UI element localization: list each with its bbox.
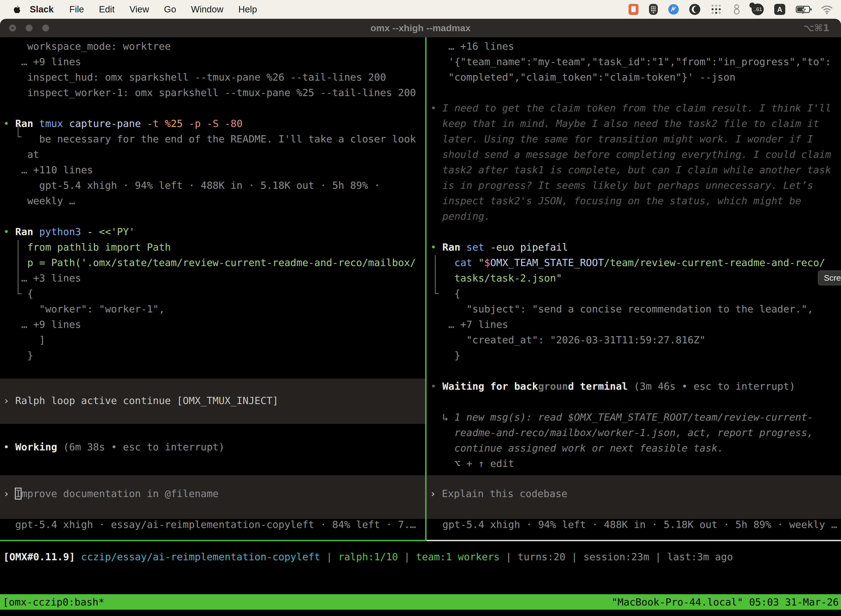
terminal-line: } <box>431 348 831 363</box>
window-titlebar: omx --xhigh --madmax ⌥⌘1 <box>0 19 841 37</box>
menu-status-icons: ..61 A <box>629 3 841 16</box>
working-status-line: • Working (6m 38s • esc to interrupt) <box>3 439 224 455</box>
output-corner-guide <box>18 126 22 137</box>
prompt-input-right[interactable]: › Explain this codebase <box>426 475 841 519</box>
terminal-line: } <box>3 348 416 363</box>
terminal-line: inspect_worker-1: omx sparkshell --tmux-… <box>3 85 416 100</box>
terminal-line: { <box>431 286 831 301</box>
terminal-line: › Ralph loop active continue [OMX_TMUX_I… <box>3 393 278 408</box>
terminal-line: workspace_mode: worktree <box>3 39 416 54</box>
menu-file[interactable]: File <box>62 4 91 15</box>
terminal-line: gpt-5.4 xhigh · essay/ai-reimplementatio… <box>3 517 416 532</box>
terminal-line: readme-and-reco/mailbox/worker-1.json, a… <box>431 425 831 440</box>
pane-divider[interactable] <box>425 37 426 541</box>
terminal-line: tasks/task-2.json" <box>431 270 831 286</box>
terminal-line: weekly … <box>3 193 416 209</box>
prompt-input-right-line: › Explain this codebase <box>430 486 568 502</box>
terminal-line: … +9 lines <box>3 317 416 332</box>
terminal-line: keep that in mind. Maybe I also need the… <box>431 116 831 131</box>
terminal-line: › Improve documentation in @filename <box>3 486 218 502</box>
prompt-input-left[interactable]: › Improve documentation in @filename <box>0 475 425 519</box>
terminal-line: later. Using the same for transition mig… <box>431 131 831 147</box>
keyboard-input-icon[interactable]: A <box>774 3 785 16</box>
window-title: omx --xhigh --madmax <box>0 19 841 37</box>
hotspot-icon[interactable] <box>732 3 741 16</box>
pane-border-left-bottom <box>0 540 425 541</box>
terminal-line: • Working (6m 38s • esc to interrupt) <box>3 439 224 455</box>
terminal-line <box>431 363 831 378</box>
output-block-guide-right <box>435 255 439 294</box>
terminal-line <box>431 224 831 239</box>
terminal-line: gpt-5.4 xhigh · 94% left · 488K in · 5.1… <box>3 178 416 193</box>
terminal-line <box>431 85 831 100</box>
count-badge-label: ..61 <box>752 4 764 15</box>
terminal-line <box>3 209 416 224</box>
terminal-line: ⌥ + ↑ edit <box>431 456 831 471</box>
model-status-right: gpt-5.4 xhigh · 94% left · 488K in · 5.1… <box>431 517 837 532</box>
terminal-line: … +9 lines <box>3 54 416 70</box>
terminal-line: "subject": "send a concise recommendatio… <box>431 301 831 317</box>
terminal-line: should send a message before completing … <box>431 147 831 162</box>
terminal-line: ↳ 1 new msg(s): read $OMX_TEAM_STATE_ROO… <box>431 409 831 425</box>
menu-edit[interactable]: Edit <box>91 4 122 15</box>
terminal-line: task2 after task1 is complete, but can I… <box>431 162 831 178</box>
terminal-line: "created_at": "2026-03-31T11:59:27.816Z" <box>431 332 831 348</box>
terminal-line: • Waiting for background terminal (3m 46… <box>431 378 831 394</box>
macos-menu-bar: Slack File Edit View Go Window Help <box>0 0 841 19</box>
tmux-host-time: "MacBook-Pro-44.local" 05:03 31-Mar-26 <box>611 596 841 608</box>
terminal-line: at <box>3 147 416 162</box>
terminal-line: … +16 lines <box>431 39 831 54</box>
dark-circle-icon[interactable] <box>689 3 700 16</box>
battery-icon[interactable] <box>796 3 810 16</box>
tmux-session-label: [omx-cczip0:bash* <box>0 596 104 608</box>
apple-menu-icon[interactable] <box>12 4 22 15</box>
privacy-dots-icon[interactable] <box>711 3 722 16</box>
terminal-line: [OMX#0.11.9] cczip/essay/ai-reimplementa… <box>3 549 733 565</box>
ralph-loop-line: › Ralph loop active continue [OMX_TMUX_I… <box>3 393 278 408</box>
terminal-line <box>3 100 416 116</box>
terminal-line: { <box>3 286 416 301</box>
pane-border-right-bottom <box>426 540 841 541</box>
terminal-line: … +7 lines <box>431 317 831 332</box>
menu-items: Slack File Edit View Go Window Help <box>0 4 265 15</box>
count-badge[interactable]: ..61 <box>752 3 764 16</box>
terminal-line: pending. <box>431 209 831 224</box>
terminal-line <box>431 394 831 409</box>
menu-go[interactable]: Go <box>157 4 183 15</box>
menu-window[interactable]: Window <box>183 4 231 15</box>
tooltip: Scre <box>818 270 841 285</box>
terminal-line: is in progress? It seems likely but perh… <box>431 178 831 193</box>
terminal-line: › Explain this codebase <box>430 486 568 502</box>
terminal-line: • Ran python3 - <<'PY' <box>3 224 416 239</box>
terminal-line: • Ran set -euo pipefail <box>431 239 831 255</box>
wifi-icon[interactable] <box>820 3 833 16</box>
tmux-status-bar: [omx-cczip0:bash* "MacBook-Pro-44.local"… <box>0 594 841 610</box>
terminal-line: inspect task2's JSON, focusing on the st… <box>431 193 831 209</box>
terminal-line: from pathlib import Path <box>3 239 416 255</box>
terminal-line: "completed","claim_token":"claim-token"}… <box>431 70 831 85</box>
prompt-input-left-line: › Improve documentation in @filename <box>3 486 218 502</box>
terminal-line: '{"team_name":"my-team","task_id":"1","f… <box>431 54 831 70</box>
terminal-line: be necessary for the end of the README. … <box>3 131 416 147</box>
menu-help[interactable]: Help <box>231 4 265 15</box>
model-status-left: gpt-5.4 xhigh · essay/ai-reimplementatio… <box>3 517 416 532</box>
menu-view[interactable]: View <box>122 4 157 15</box>
pane-left-content: workspace_mode: worktree … +9 lines insp… <box>3 39 416 363</box>
terminal-line: continue assigned work or next feasible … <box>431 440 831 456</box>
network-speed-icon[interactable] <box>668 3 679 16</box>
omx-status-line: [OMX#0.11.9] cczip/essay/ai-reimplementa… <box>3 549 733 565</box>
terminal-line: cat "$OMX_TEAM_STATE_ROOT/team/review-cu… <box>431 255 831 270</box>
terminal-line: "worker": "worker-1", <box>3 301 416 317</box>
terminal-line: • I need to get the claim token from the… <box>431 100 831 116</box>
terminal-line: p = Path('.omx/state/team/review-current… <box>3 255 416 270</box>
password-shield-icon[interactable] <box>649 3 658 16</box>
output-block-guide <box>18 240 22 294</box>
menu-app-name[interactable]: Slack <box>22 4 62 15</box>
screen-share-icon[interactable] <box>629 3 639 16</box>
terminal-line: gpt-5.4 xhigh · 94% left · 488K in · 5.1… <box>431 517 837 532</box>
terminal-line: • Ran tmux capture-pane -t %25 -p -S -80 <box>3 116 416 131</box>
pane-right-content: … +16 lines '{"team_name":"my-team","tas… <box>431 39 831 471</box>
terminal-line: ] <box>3 332 416 348</box>
ralph-loop-banner: › Ralph loop active continue [OMX_TMUX_I… <box>0 378 425 424</box>
terminal-line: … +110 lines <box>3 162 416 178</box>
